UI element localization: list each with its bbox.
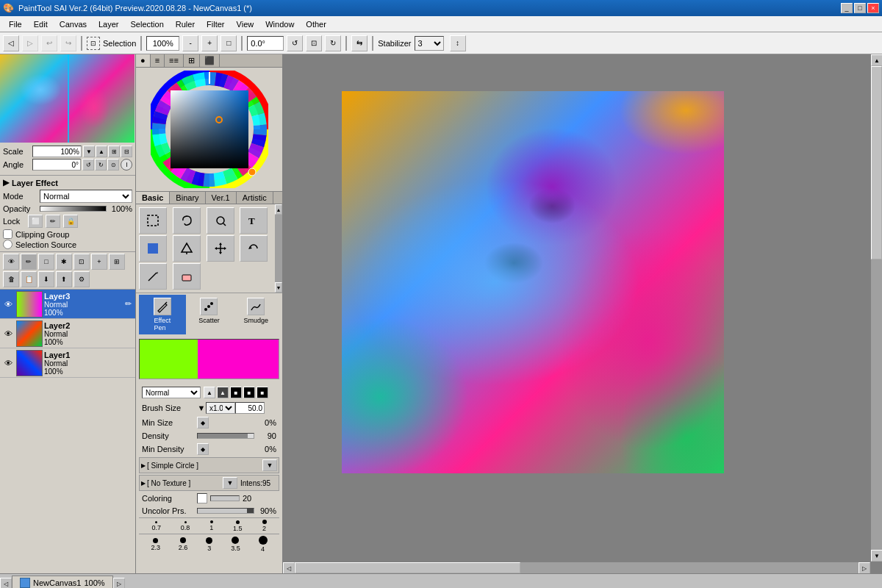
dot-2.6[interactable]: 2.6	[179, 537, 188, 551]
color-tab-wheel[interactable]: ●	[136, 54, 151, 67]
layer-view-toggle[interactable]: 👁	[3, 254, 19, 270]
layer-new-button[interactable]: +	[91, 254, 107, 270]
layer-effect-header[interactable]: ▶ Layer Effect	[3, 177, 132, 188]
angle-reset-button[interactable]: ⊙	[107, 159, 119, 171]
nav-forward-button[interactable]: ▷	[22, 35, 38, 51]
menu-window[interactable]: Window	[259, 18, 300, 30]
selection-rect-tool[interactable]	[139, 207, 167, 234]
menu-file[interactable]: File	[3, 18, 28, 30]
dot-2.3[interactable]: 2.3	[151, 538, 160, 551]
zoom-in-button[interactable]: +	[201, 35, 218, 51]
brush-shape-dropdown[interactable]: ▼	[262, 459, 277, 471]
vscroll-up[interactable]: ▲	[871, 54, 882, 66]
layer-settings-button[interactable]: ⚙	[74, 271, 90, 287]
menu-edit[interactable]: Edit	[28, 18, 54, 30]
tab-scroll-left[interactable]: ◁	[0, 578, 12, 588]
tool-tab-basic[interactable]: Basic	[136, 192, 170, 204]
coloring-slider[interactable]	[210, 495, 240, 501]
layer-effect-button[interactable]: ✱	[56, 254, 72, 270]
menu-canvas[interactable]: Canvas	[54, 18, 93, 30]
menu-layer[interactable]: Layer	[93, 18, 125, 30]
layer-item-layer1[interactable]: 👁 Layer1 Normal 100%	[0, 348, 135, 378]
magic-wand-tool[interactable]	[207, 207, 234, 234]
menu-other[interactable]: Other	[300, 18, 332, 30]
color-wheel-svg[interactable]	[151, 71, 268, 188]
scale-large-down-button[interactable]: ⊟	[121, 146, 132, 157]
layer-mask-button[interactable]: □	[38, 254, 54, 270]
blend-tri-white[interactable]: ▲	[204, 387, 215, 398]
dot-4[interactable]: 4	[259, 536, 268, 553]
minimize-button[interactable]: _	[841, 3, 853, 13]
hand-tool-button[interactable]: ↕	[450, 35, 466, 51]
text-tool[interactable]: T	[240, 207, 268, 234]
zoom-reset-button[interactable]: □	[220, 35, 237, 51]
canvas-area[interactable]: ◁ ▷ ▲ ▼	[283, 54, 882, 573]
tool-tab-binary[interactable]: Binary	[170, 192, 205, 204]
scale-large-up-button[interactable]: ⊞	[108, 146, 120, 157]
pen-tool[interactable]	[139, 263, 167, 290]
scatter-tool[interactable]: Scatter	[186, 295, 233, 334]
nav-back-button[interactable]: ◁	[3, 35, 19, 51]
layer-group-button[interactable]: ⊞	[109, 254, 125, 270]
flip-button[interactable]: ⇆	[351, 35, 368, 51]
menu-filter[interactable]: Filter	[201, 18, 230, 30]
zoom-out-button[interactable]: -	[182, 35, 198, 51]
lasso-tool[interactable]	[173, 207, 201, 234]
layer2-visibility-toggle[interactable]: 👁	[1, 327, 15, 340]
angle-ccw-button[interactable]: ↺	[82, 159, 94, 171]
density-slider[interactable]	[197, 433, 254, 439]
uncolor-slider[interactable]	[197, 508, 254, 514]
dot-1[interactable]: 1	[209, 520, 213, 531]
dot-0.7[interactable]: 0.7	[151, 521, 161, 531]
color-tab-swatches[interactable]: ⊞	[184, 54, 200, 67]
dot-3.5[interactable]: 3.5	[231, 537, 240, 552]
tab-scroll-right[interactable]: ▷	[113, 578, 125, 588]
layer-item-layer2[interactable]: 👁 Layer2 Normal 100%	[0, 319, 135, 348]
blend-square-black2[interactable]: ■	[243, 387, 255, 398]
blend-square-black1[interactable]: ■	[230, 387, 242, 398]
angle-cw-button[interactable]: ↻	[95, 159, 107, 171]
eraser-tool[interactable]	[173, 263, 201, 290]
layer-selection-button[interactable]: ⊡	[74, 254, 90, 270]
tool-tab-ver1[interactable]: Ver.1	[206, 192, 237, 204]
vscroll-thumb[interactable]	[871, 66, 882, 259]
scale-down-button[interactable]: ▼	[83, 146, 95, 157]
canvas-tab-newcanvas1[interactable]: NewCanvas1 100%	[12, 576, 113, 588]
clipping-group-checkbox[interactable]	[3, 229, 12, 239]
smudge-tool[interactable]: Smudge	[232, 295, 279, 334]
layer1-visibility-toggle[interactable]: 👁	[1, 356, 15, 370]
dot-2[interactable]: 2	[262, 520, 267, 532]
lock-position-button[interactable]: 🔒	[63, 215, 78, 228]
layer-copy-button[interactable]: 📋	[21, 271, 37, 287]
hscroll-thumb[interactable]	[295, 562, 520, 573]
lock-transparency-button[interactable]: ⬜	[28, 215, 43, 228]
dot-1.5[interactable]: 1.5	[233, 520, 243, 532]
undo-button[interactable]: ↩	[41, 35, 57, 51]
rotate-right-button[interactable]: ↻	[325, 35, 341, 51]
rotate-left-button[interactable]: ↺	[287, 35, 303, 51]
brush-size-input[interactable]	[235, 402, 265, 414]
blend-tri-dark[interactable]: ▲	[217, 387, 229, 398]
mode-select[interactable]: NormalMultiplyScreen	[40, 190, 132, 203]
vscroll-down[interactable]: ▼	[871, 550, 882, 562]
dot-0.8[interactable]: 0.8	[181, 521, 190, 531]
tool-scroll-up[interactable]: ▲	[275, 204, 282, 215]
coloring-checkbox[interactable]	[197, 493, 207, 503]
menu-view[interactable]: View	[231, 18, 260, 30]
tool-tab-artistic[interactable]: Artistic	[237, 192, 273, 204]
move-tool[interactable]	[207, 235, 234, 262]
menu-ruler[interactable]: Ruler	[170, 18, 201, 30]
color-tab-rgb[interactable]: ≡≡	[165, 54, 184, 67]
menu-selection[interactable]: Selection	[125, 18, 170, 30]
layer-merge-button[interactable]: ⬇	[38, 271, 54, 287]
opacity-slider[interactable]	[40, 206, 107, 212]
hscroll-right[interactable]: ▷	[858, 562, 870, 573]
blend-mode-select[interactable]: NormalMultiply	[142, 387, 201, 398]
fill-color-button[interactable]	[139, 235, 167, 262]
layer3-visibility-toggle[interactable]: 👁	[1, 298, 15, 311]
scale-up-button[interactable]: ▲	[96, 146, 107, 157]
main-canvas[interactable]	[342, 91, 724, 473]
tool-scroll-down[interactable]: ▼	[275, 282, 282, 293]
redo-button[interactable]: ↪	[60, 35, 76, 51]
dot-3[interactable]: 3	[206, 537, 212, 552]
